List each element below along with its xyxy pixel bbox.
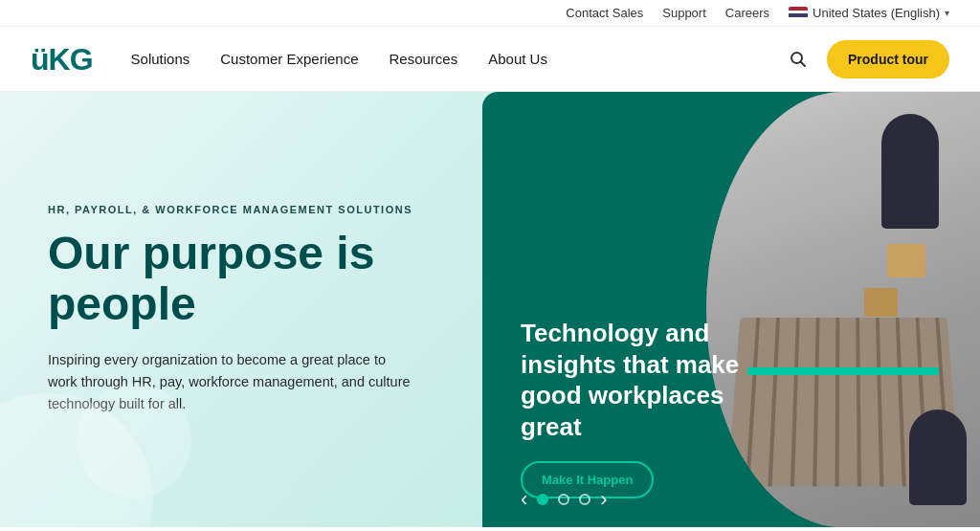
carousel-controls: ‹ › xyxy=(521,489,608,510)
box-2 xyxy=(864,288,898,317)
nav-link-customer-experience[interactable]: Customer Experience xyxy=(220,51,358,67)
product-tour-button[interactable]: Product tour xyxy=(827,40,949,78)
hero-left-content: HR, PAYROLL, & WORKFORCE MANAGEMENT SOLU… xyxy=(0,92,482,527)
nav-link-about-us[interactable]: About Us xyxy=(488,51,547,67)
contact-sales-link[interactable]: Contact Sales xyxy=(566,6,643,20)
hero-card-content: Technology and insights that make good w… xyxy=(521,318,789,498)
carousel-dot-1[interactable] xyxy=(537,494,548,505)
carousel-prev-button[interactable]: ‹ xyxy=(521,489,527,510)
flag-icon xyxy=(789,7,808,20)
hero-title: Our purpose is people xyxy=(48,229,434,330)
hero-right-card: Technology and insights that make good w… xyxy=(482,92,980,527)
careers-link[interactable]: Careers xyxy=(725,6,769,20)
hero-card-title: Technology and insights that make good w… xyxy=(521,318,789,442)
hero-eyebrow: HR, PAYROLL, & WORKFORCE MANAGEMENT SOLU… xyxy=(48,204,434,215)
worker-silhouette-1 xyxy=(881,114,939,229)
search-button[interactable] xyxy=(785,46,812,73)
chevron-down-icon: ▾ xyxy=(945,8,949,18)
carousel-dot-2[interactable] xyxy=(558,494,569,505)
main-nav: üKG Solutions Customer Experience Resour… xyxy=(0,27,980,92)
support-link[interactable]: Support xyxy=(662,6,706,20)
carousel-dot-3[interactable] xyxy=(579,494,590,505)
hero-section: HR, PAYROLL, & WORKFORCE MANAGEMENT SOLU… xyxy=(0,92,980,527)
nav-link-resources[interactable]: Resources xyxy=(390,51,458,67)
locale-selector[interactable]: United States (English) ▾ xyxy=(789,6,949,20)
carousel-next-button[interactable]: › xyxy=(600,489,607,510)
deco-circle-2 xyxy=(77,384,191,498)
search-icon xyxy=(789,50,808,69)
nav-link-solutions[interactable]: Solutions xyxy=(131,51,190,67)
logo-text: üKG xyxy=(31,44,93,75)
utility-bar: Contact Sales Support Careers United Sta… xyxy=(0,0,980,27)
nav-actions: Product tour xyxy=(785,40,949,78)
locale-label: United States (English) xyxy=(813,6,940,20)
logo[interactable]: üKG xyxy=(31,44,93,75)
nav-links: Solutions Customer Experience Resources … xyxy=(131,51,785,67)
box-1 xyxy=(887,244,925,277)
svg-line-1 xyxy=(801,61,806,66)
worker-silhouette-2 xyxy=(909,409,967,505)
